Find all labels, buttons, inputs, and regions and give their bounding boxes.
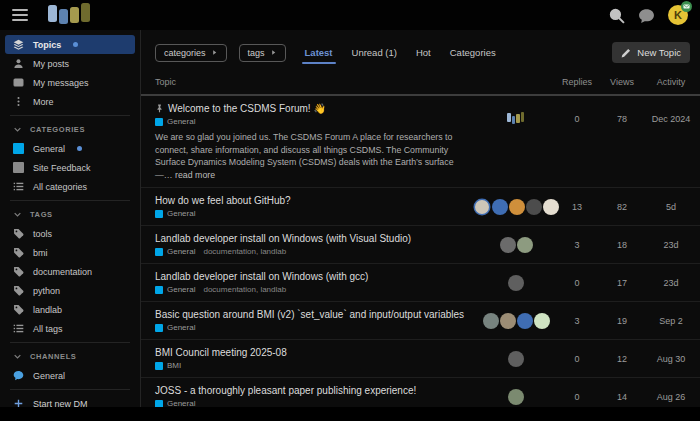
topic-title-link[interactable]: How do we feel about GitHub?: [155, 194, 474, 207]
read-more-link[interactable]: read more: [175, 170, 215, 180]
sidebar-item-general[interactable]: General: [0, 366, 140, 385]
hamburger-menu-icon[interactable]: [12, 6, 34, 24]
poster-avatar[interactable]: [517, 237, 533, 253]
poster-avatar[interactable]: [508, 389, 524, 405]
activity-column-header[interactable]: Activity: [648, 77, 694, 87]
replies-column-header[interactable]: Replies: [558, 77, 596, 87]
sidebar-item-landlab[interactable]: landlab: [0, 300, 140, 319]
topic-title: Basic question around BMI (v2) `set_valu…: [155, 308, 464, 321]
sidebar-item-my-posts[interactable]: My posts: [0, 54, 140, 73]
category-badge[interactable]: General: [167, 247, 195, 257]
topic-activity[interactable]: Dec 2024: [648, 114, 694, 124]
sidebar-item-label: python: [33, 286, 60, 296]
table-row[interactable]: Landlab developer install on Windows (wi…: [141, 264, 700, 302]
sidebar-item-tools[interactable]: tools: [0, 224, 140, 243]
topic-activity[interactable]: Sep 2: [648, 316, 694, 326]
sidebar-item-general[interactable]: General: [0, 139, 140, 158]
poster-avatar[interactable]: [507, 112, 525, 126]
ellipsis-icon: [13, 96, 24, 107]
table-row[interactable]: Welcome to the CSDMS Forum! 👋GeneralWe a…: [141, 96, 700, 188]
tab-hot[interactable]: Hot: [415, 43, 432, 63]
categories-dropdown[interactable]: categories: [155, 44, 227, 62]
sidebar-item-all-tags[interactable]: All tags: [0, 319, 140, 338]
topic-title-link[interactable]: Welcome to the CSDMS Forum! 👋: [155, 102, 474, 115]
tab-unread-1-[interactable]: Unread (1): [351, 43, 398, 63]
category-badge[interactable]: BMI: [167, 361, 181, 371]
sidebar-item-documentation[interactable]: documentation: [0, 262, 140, 281]
category-badge[interactable]: General: [167, 285, 195, 295]
sidebar-item-label: All categories: [33, 182, 87, 192]
category-badge[interactable]: General: [167, 399, 195, 407]
unread-dot: [77, 146, 82, 151]
table-row[interactable]: JOSS - a thoroughly pleasant paper publi…: [141, 378, 700, 407]
topic-replies: 0: [558, 392, 596, 402]
sidebar-item-more[interactable]: More: [0, 92, 140, 111]
sidebar-item-start-new-dm[interactable]: Start new DM: [0, 394, 140, 407]
topic-title-link[interactable]: JOSS - a thoroughly pleasant paper publi…: [155, 384, 474, 397]
topic-cell: Landlab developer install on Windows (wi…: [155, 232, 474, 257]
topic-views: 12: [596, 354, 648, 364]
sidebar-item-topics[interactable]: Topics: [5, 35, 135, 54]
topic-title-link[interactable]: Basic question around BMI (v2) `set_valu…: [155, 308, 474, 321]
sidebar: TopicsMy postsMy messagesMoreCATEGORIESG…: [0, 30, 141, 407]
bubble-icon: [13, 370, 24, 381]
sidebar-item-label: All tags: [33, 324, 63, 334]
poster-avatar[interactable]: [508, 275, 524, 291]
topic-column-header[interactable]: Topic: [155, 77, 474, 87]
user-menu-button[interactable]: K: [668, 5, 688, 25]
poster-avatar[interactable]: [534, 313, 550, 329]
category-badge[interactable]: General: [167, 209, 195, 219]
topic-tags[interactable]: documentation, landlab: [203, 247, 286, 257]
sidebar-item-site-feedback[interactable]: Site Feedback: [0, 158, 140, 177]
new-topic-button[interactable]: New Topic: [612, 42, 690, 63]
poster-avatar[interactable]: [526, 199, 542, 215]
sidebar-divider: [10, 389, 130, 390]
poster-avatar[interactable]: [517, 313, 533, 329]
tab-latest[interactable]: Latest: [304, 43, 334, 63]
table-row[interactable]: BMI Council meeting 2025-08BMI012Aug 30: [141, 340, 700, 378]
topic-activity[interactable]: 5d: [648, 202, 694, 212]
category-badge[interactable]: General: [167, 323, 195, 333]
topic-activity[interactable]: 23d: [648, 240, 694, 250]
topic-views: 78: [596, 114, 648, 124]
topic-title: JOSS - a thoroughly pleasant paper publi…: [155, 384, 416, 397]
topic-activity[interactable]: Aug 30: [648, 354, 694, 364]
poster-avatar[interactable]: [492, 199, 508, 215]
topic-activity[interactable]: Aug 26: [648, 392, 694, 402]
posters-cell: [474, 313, 558, 329]
tags-dropdown[interactable]: tags: [239, 44, 286, 62]
site-logo[interactable]: [48, 3, 90, 27]
sidebar-item-my-messages[interactable]: My messages: [0, 73, 140, 92]
sidebar-section-channels[interactable]: CHANNELS: [0, 347, 140, 366]
message-notification-badge[interactable]: [681, 1, 692, 12]
list-icon: [13, 181, 24, 192]
topic-cell: How do we feel about GitHub?General: [155, 194, 474, 219]
table-row[interactable]: How do we feel about GitHub?General13825…: [141, 188, 700, 226]
poster-avatar[interactable]: [475, 200, 489, 214]
chat-icon[interactable]: [638, 7, 655, 24]
topic-tags[interactable]: documentation, landlab: [203, 285, 286, 295]
sidebar-item-all-categories[interactable]: All categories: [0, 177, 140, 196]
topic-title-link[interactable]: BMI Council meeting 2025-08: [155, 346, 474, 359]
topic-title-link[interactable]: Landlab developer install on Windows (wi…: [155, 270, 474, 283]
table-row[interactable]: Landlab developer install on Windows (wi…: [141, 226, 700, 264]
poster-avatar[interactable]: [543, 199, 559, 215]
poster-avatar[interactable]: [509, 199, 525, 215]
sidebar-section-categories[interactable]: CATEGORIES: [0, 120, 140, 139]
tab-categories[interactable]: Categories: [449, 43, 497, 63]
topic-activity[interactable]: 23d: [648, 278, 694, 288]
poster-avatar[interactable]: [483, 313, 499, 329]
poster-avatar[interactable]: [500, 313, 516, 329]
views-column-header[interactable]: Views: [596, 77, 648, 87]
sidebar-item-python[interactable]: python: [0, 281, 140, 300]
sidebar-item-bmi[interactable]: bmi: [0, 243, 140, 262]
category-badge[interactable]: General: [167, 117, 195, 127]
sidebar-section-tags[interactable]: TAGS: [0, 205, 140, 224]
tags-dropdown-label: tags: [248, 48, 265, 58]
topic-cell: BMI Council meeting 2025-08BMI: [155, 346, 474, 371]
poster-avatar[interactable]: [500, 237, 516, 253]
search-icon[interactable]: [608, 7, 625, 24]
poster-avatar[interactable]: [508, 351, 524, 367]
table-row[interactable]: Basic question around BMI (v2) `set_valu…: [141, 302, 700, 340]
topic-title-link[interactable]: Landlab developer install on Windows (wi…: [155, 232, 474, 245]
